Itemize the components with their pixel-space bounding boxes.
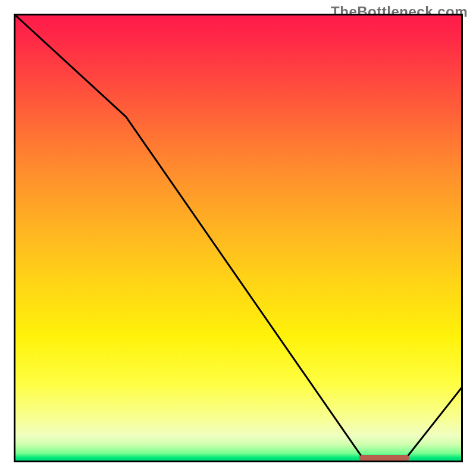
chart-container: TheBottleneck.com	[0, 0, 476, 476]
chart-svg	[14, 14, 463, 462]
bottleneck-curve	[14, 14, 463, 460]
plot-area	[14, 14, 463, 462]
